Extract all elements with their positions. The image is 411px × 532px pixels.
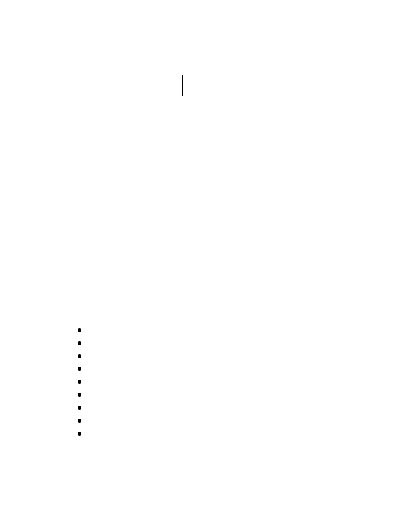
list-item [78, 324, 81, 336]
bullet-list [78, 324, 81, 440]
list-item [78, 349, 81, 362]
list-item [78, 362, 81, 375]
list-item [78, 427, 81, 440]
horizontal-divider [40, 150, 241, 150]
list-item [78, 414, 81, 427]
list-item [78, 336, 81, 349]
list-item [78, 375, 81, 388]
list-item [78, 401, 81, 414]
list-item [78, 388, 81, 401]
empty-box-top [77, 75, 183, 96]
empty-box-middle [77, 280, 181, 302]
